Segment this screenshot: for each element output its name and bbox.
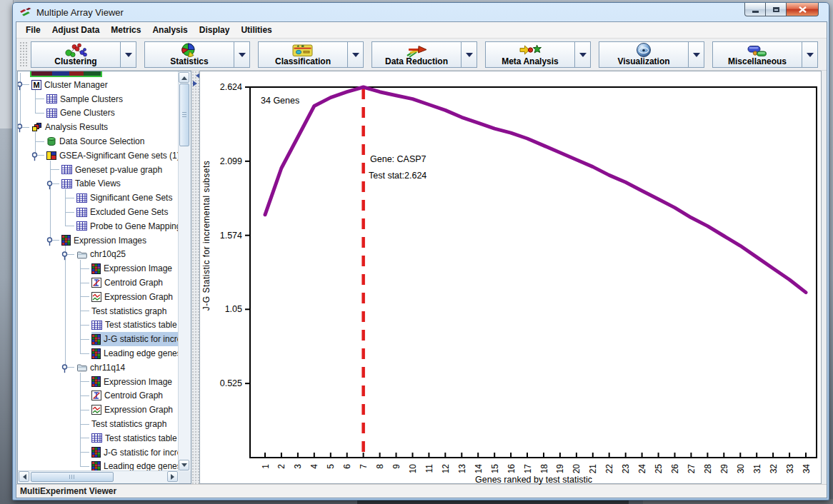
tree-item-significant-gene-sets[interactable]: Significant Gene Sets (76, 191, 172, 205)
toolbar-button-miscellaneous[interactable]: Miscellaneous (712, 41, 802, 68)
toolbar-drag-handle[interactable] (19, 41, 29, 67)
tree-item-leading-edge-genes[interactable]: Leading edge genes (91, 460, 179, 471)
tree-item-test-statistics-graph[interactable]: Test statistics graph (91, 304, 166, 318)
statistics-icon (181, 43, 198, 58)
maximize-icon (773, 7, 779, 12)
x-tick-label: 20 (572, 464, 582, 474)
tree-expand-knob[interactable] (46, 236, 54, 246)
tree-item-centroid-graph[interactable]: Centroid Graph (91, 389, 163, 403)
vertical-scroll-thumb[interactable] (179, 84, 189, 146)
visualization-icon (636, 43, 652, 58)
table-icon (91, 321, 102, 330)
tree-item-j-g-statistic-for-incre[interactable]: J-G statistic for incre (91, 332, 179, 346)
x-tick-label: 17 (523, 464, 533, 474)
toolbar-button-visualization[interactable]: Visualization (599, 41, 689, 68)
x-tick-label: 13 (457, 464, 467, 474)
scrollbar-corner (179, 471, 191, 483)
x-tick-label: 10 (408, 464, 418, 474)
horizontal-scroll-thumb[interactable] (31, 472, 114, 482)
menu-item-metrics[interactable]: Metrics (105, 24, 146, 36)
cubes-icon (31, 122, 42, 132)
x-tick-label: 28 (703, 464, 713, 474)
toolbar-button-data-reduction[interactable]: Data Reduction (371, 41, 462, 68)
menu-item-utilities[interactable]: Utilities (235, 24, 277, 36)
arrow-down-icon (181, 463, 187, 470)
toolbar-dropdown-classification[interactable] (348, 41, 364, 68)
scroll-right-button[interactable] (167, 471, 178, 482)
menu-item-display[interactable]: Display (194, 24, 236, 36)
x-tick-label: 18 (539, 464, 549, 474)
tree-expand-knob[interactable] (61, 363, 69, 373)
tree-item-leading-edge-genes[interactable]: Leading edge genes (91, 346, 179, 361)
close-button[interactable] (786, 3, 819, 16)
tree-item-analysis-results[interactable]: Analysis Results (31, 120, 108, 134)
x-axis-label: Genes ranked by test statistic (475, 475, 592, 485)
tree-item-probe-to-gene-mapping[interactable]: Probe to Gene Mapping (76, 219, 179, 233)
tree-item-geneset-p-value-graph[interactable]: Geneset p-value graph (61, 163, 162, 177)
tree-item-gene-clusters[interactable]: Gene Clusters (46, 106, 115, 121)
tree-vertical-scrollbar[interactable] (178, 71, 191, 471)
x-tick-label: 1 (261, 464, 271, 469)
x-tick-label: 2 (276, 464, 286, 469)
toolbar-dropdown-statistics[interactable] (234, 41, 250, 68)
scroll-down-button[interactable] (179, 460, 189, 470)
toolbar-dropdown-data-reduction[interactable] (462, 41, 477, 68)
tree-item-sample-clusters[interactable]: Sample Clusters (46, 92, 123, 106)
tree-item-expression-image[interactable]: Expression Image (91, 375, 172, 389)
tree-item-gsea-significant-gene-sets-1[interactable]: GSEA-Significant Gene sets (1) (46, 148, 179, 163)
maximize-button[interactable] (766, 3, 786, 16)
menu-item-analysis[interactable]: Analysis (146, 24, 193, 36)
tree-item-test-statistics-table-v[interactable]: Test statistics table v (91, 431, 179, 445)
toolbar-dropdown-miscellaneous[interactable] (802, 41, 818, 68)
tree-item-test-statistics-graph[interactable]: Test statistics graph (91, 417, 166, 431)
tree-expand-knob[interactable] (18, 81, 24, 90)
tree-expand-knob[interactable] (61, 251, 69, 260)
x-tick-label: 34 (802, 464, 812, 474)
table-icon (61, 179, 72, 188)
tree-item-excluded-gene-sets[interactable]: Excluded Gene Sets (76, 205, 168, 219)
menu-item-file[interactable]: File (20, 24, 46, 36)
tree-item-cluster-manager[interactable]: MCluster Manager (31, 78, 108, 92)
x-tick-label: 29 (719, 464, 729, 474)
scroll-up-button[interactable] (179, 72, 189, 83)
tree-item-centroid-graph[interactable]: Centroid Graph (91, 276, 163, 290)
toolbar-button-statistics[interactable]: Statistics (144, 41, 234, 68)
toolbar-dropdown-visualization[interactable] (689, 41, 704, 68)
tree-expand-knob[interactable] (46, 180, 54, 189)
toolbar-dropdown-clustering[interactable] (121, 41, 136, 68)
tree-item-expression-graph[interactable]: Expression Graph (91, 290, 173, 304)
tree-item-expression-graph[interactable]: Expression Graph (91, 403, 173, 417)
scroll-left-button[interactable] (19, 471, 29, 482)
toolbar-dropdown-meta-analysis[interactable] (575, 41, 591, 68)
y-tick-label: 0.525 (220, 378, 242, 388)
tree-item-j-g-statistic-for-incre[interactable]: J-G statistic for incre (91, 445, 179, 460)
tree-horizontal-scrollbar[interactable] (18, 470, 179, 483)
x-tick-label: 24 (637, 464, 647, 474)
titlebar[interactable]: Multiple Array Viewer (13, 3, 829, 21)
tree-expand-knob[interactable] (18, 123, 24, 132)
split-divider[interactable] (191, 71, 199, 484)
tree-item-expression-image[interactable]: Expression Image (91, 261, 172, 276)
toolbar-button-meta-analysis[interactable]: Meta Analysis (485, 41, 575, 68)
tree-item-expression-images[interactable]: Expression Images (61, 233, 146, 248)
x-tick-label: 32 (769, 464, 779, 474)
tree-expand-knob[interactable] (31, 151, 39, 161)
heatmap-icon (91, 263, 101, 274)
tree-item-root-partial[interactable] (30, 71, 102, 77)
toolbar-button-clustering[interactable]: Clustering (31, 41, 121, 68)
x-tick-label: 5 (326, 464, 336, 469)
tree-item-chr10q25[interactable]: chr10q25 (76, 248, 126, 262)
x-tick-label: 31 (752, 464, 762, 474)
minimize-button[interactable] (744, 3, 766, 16)
tree-item-test-statistics-table-v[interactable]: Test statistics table v (91, 318, 179, 333)
tree-item-table-views[interactable]: Table Views (61, 177, 121, 191)
x-tick-label: 12 (441, 464, 451, 474)
tree-item-chr11q14[interactable]: chr11q14 (76, 361, 125, 375)
arrow-left-icon (20, 474, 26, 480)
toolbar-button-classification[interactable]: Classification (258, 41, 348, 68)
menu-item-adjust-data[interactable]: Adjust Data (46, 24, 106, 36)
geneset-icon (46, 151, 56, 160)
tree-item-data-source-selection[interactable]: Data Source Selection (46, 134, 144, 148)
minimize-icon (752, 11, 759, 13)
table-icon (76, 221, 87, 231)
